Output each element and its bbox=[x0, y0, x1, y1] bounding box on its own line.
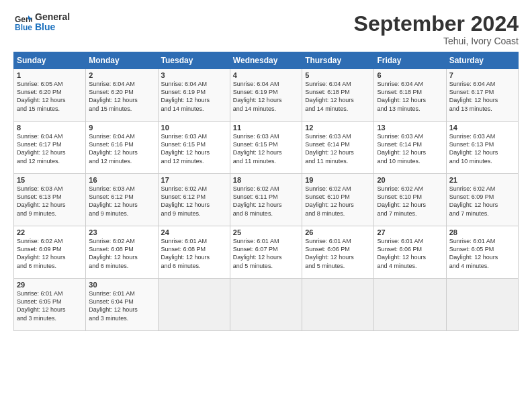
calendar-cell bbox=[374, 279, 446, 331]
day-info: Sunrise: 6:04 AMSunset: 6:17 PMDaylight:… bbox=[449, 80, 515, 113]
day-number: 7 bbox=[449, 71, 515, 79]
day-info: Sunrise: 6:04 AMSunset: 6:19 PMDaylight:… bbox=[161, 80, 227, 113]
day-number: 16 bbox=[89, 176, 154, 184]
location: Tehui, Ivory Coast bbox=[354, 36, 519, 46]
day-info: Sunrise: 6:03 AMSunset: 6:15 PMDaylight:… bbox=[161, 132, 227, 165]
col-header-sunday: Sunday bbox=[14, 52, 86, 69]
day-number: 6 bbox=[377, 71, 443, 79]
logo-blue: Blue bbox=[35, 22, 70, 32]
day-number: 2 bbox=[89, 71, 154, 79]
day-number: 26 bbox=[305, 228, 371, 236]
calendar-cell: 6Sunrise: 6:04 AMSunset: 6:18 PMDaylight… bbox=[374, 69, 446, 122]
day-info: Sunrise: 6:04 AMSunset: 6:18 PMDaylight:… bbox=[305, 80, 371, 113]
calendar-cell: 25Sunrise: 6:01 AMSunset: 6:07 PMDayligh… bbox=[230, 226, 302, 279]
calendar-cell bbox=[302, 279, 374, 331]
calendar-cell: 9Sunrise: 6:04 AMSunset: 6:16 PMDaylight… bbox=[86, 122, 158, 174]
page: General Blue General Blue September 2024… bbox=[0, 0, 532, 411]
day-info: Sunrise: 6:04 AMSunset: 6:19 PMDaylight:… bbox=[233, 80, 299, 113]
day-number: 17 bbox=[161, 176, 227, 184]
calendar-cell: 18Sunrise: 6:02 AMSunset: 6:11 PMDayligh… bbox=[230, 174, 302, 226]
calendar-cell: 28Sunrise: 6:01 AMSunset: 6:05 PMDayligh… bbox=[446, 226, 518, 279]
day-number: 27 bbox=[377, 228, 443, 236]
calendar-cell: 10Sunrise: 6:03 AMSunset: 6:15 PMDayligh… bbox=[158, 122, 230, 174]
day-number: 21 bbox=[449, 176, 515, 184]
calendar-cell: 3Sunrise: 6:04 AMSunset: 6:19 PMDaylight… bbox=[158, 69, 230, 122]
calendar-cell: 27Sunrise: 6:01 AMSunset: 6:06 PMDayligh… bbox=[374, 226, 446, 279]
day-number: 9 bbox=[89, 124, 154, 132]
day-info: Sunrise: 6:01 AMSunset: 6:05 PMDaylight:… bbox=[17, 289, 83, 322]
calendar-cell: 2Sunrise: 6:04 AMSunset: 6:20 PMDaylight… bbox=[86, 69, 158, 122]
calendar-cell: 8Sunrise: 6:04 AMSunset: 6:17 PMDaylight… bbox=[14, 122, 86, 174]
day-number: 20 bbox=[377, 176, 443, 184]
day-number: 15 bbox=[17, 176, 83, 184]
day-number: 19 bbox=[305, 176, 371, 184]
day-info: Sunrise: 6:05 AMSunset: 6:20 PMDaylight:… bbox=[17, 80, 83, 113]
day-number: 30 bbox=[89, 281, 154, 289]
calendar-cell: 17Sunrise: 6:02 AMSunset: 6:12 PMDayligh… bbox=[158, 174, 230, 226]
day-number: 22 bbox=[17, 228, 83, 236]
day-info: Sunrise: 6:04 AMSunset: 6:20 PMDaylight:… bbox=[89, 80, 154, 113]
logo: General Blue General Blue bbox=[13, 12, 70, 33]
day-info: Sunrise: 6:02 AMSunset: 6:12 PMDaylight:… bbox=[161, 185, 227, 218]
title-block: September 2024 Tehui, Ivory Coast bbox=[354, 12, 519, 46]
day-number: 12 bbox=[305, 124, 371, 132]
day-info: Sunrise: 6:01 AMSunset: 6:08 PMDaylight:… bbox=[161, 237, 227, 270]
calendar-cell: 11Sunrise: 6:03 AMSunset: 6:15 PMDayligh… bbox=[230, 122, 302, 174]
day-info: Sunrise: 6:01 AMSunset: 6:07 PMDaylight:… bbox=[233, 237, 299, 270]
calendar-table: SundayMondayTuesdayWednesdayThursdayFrid… bbox=[13, 52, 519, 331]
col-header-friday: Friday bbox=[374, 52, 446, 69]
calendar-cell: 20Sunrise: 6:02 AMSunset: 6:10 PMDayligh… bbox=[374, 174, 446, 226]
calendar-cell: 13Sunrise: 6:03 AMSunset: 6:14 PMDayligh… bbox=[374, 122, 446, 174]
day-info: Sunrise: 6:04 AMSunset: 6:17 PMDaylight:… bbox=[17, 132, 83, 165]
calendar-cell: 26Sunrise: 6:01 AMSunset: 6:06 PMDayligh… bbox=[302, 226, 374, 279]
calendar-cell: 16Sunrise: 6:03 AMSunset: 6:12 PMDayligh… bbox=[86, 174, 158, 226]
day-number: 18 bbox=[233, 176, 299, 184]
day-info: Sunrise: 6:03 AMSunset: 6:12 PMDaylight:… bbox=[89, 185, 154, 218]
day-info: Sunrise: 6:03 AMSunset: 6:15 PMDaylight:… bbox=[233, 132, 299, 165]
col-header-tuesday: Tuesday bbox=[158, 52, 230, 69]
day-info: Sunrise: 6:01 AMSunset: 6:06 PMDaylight:… bbox=[305, 237, 371, 270]
day-info: Sunrise: 6:01 AMSunset: 6:06 PMDaylight:… bbox=[377, 237, 443, 270]
day-number: 8 bbox=[17, 124, 83, 132]
calendar-cell: 29Sunrise: 6:01 AMSunset: 6:05 PMDayligh… bbox=[14, 279, 86, 331]
calendar-cell: 15Sunrise: 6:03 AMSunset: 6:13 PMDayligh… bbox=[14, 174, 86, 226]
calendar-cell: 22Sunrise: 6:02 AMSunset: 6:09 PMDayligh… bbox=[14, 226, 86, 279]
calendar-cell: 5Sunrise: 6:04 AMSunset: 6:18 PMDaylight… bbox=[302, 69, 374, 122]
day-info: Sunrise: 6:03 AMSunset: 6:13 PMDaylight:… bbox=[17, 185, 83, 218]
calendar-cell: 4Sunrise: 6:04 AMSunset: 6:19 PMDaylight… bbox=[230, 69, 302, 122]
day-info: Sunrise: 6:02 AMSunset: 6:11 PMDaylight:… bbox=[233, 185, 299, 218]
header: General Blue General Blue September 2024… bbox=[13, 12, 519, 46]
logo-icon: General Blue bbox=[13, 13, 32, 32]
day-info: Sunrise: 6:02 AMSunset: 6:09 PMDaylight:… bbox=[17, 237, 83, 270]
day-info: Sunrise: 6:02 AMSunset: 6:09 PMDaylight:… bbox=[449, 185, 515, 218]
calendar-cell bbox=[158, 279, 230, 331]
day-info: Sunrise: 6:01 AMSunset: 6:05 PMDaylight:… bbox=[449, 237, 515, 270]
day-number: 14 bbox=[449, 124, 515, 132]
day-info: Sunrise: 6:04 AMSunset: 6:18 PMDaylight:… bbox=[377, 80, 443, 113]
month-title: September 2024 bbox=[354, 12, 519, 36]
day-info: Sunrise: 6:04 AMSunset: 6:16 PMDaylight:… bbox=[89, 132, 154, 165]
day-info: Sunrise: 6:02 AMSunset: 6:10 PMDaylight:… bbox=[377, 185, 443, 218]
day-number: 4 bbox=[233, 71, 299, 79]
calendar-cell bbox=[230, 279, 302, 331]
day-number: 13 bbox=[377, 124, 443, 132]
day-number: 1 bbox=[17, 71, 83, 79]
calendar-cell: 1Sunrise: 6:05 AMSunset: 6:20 PMDaylight… bbox=[14, 69, 86, 122]
calendar-cell: 14Sunrise: 6:03 AMSunset: 6:13 PMDayligh… bbox=[446, 122, 518, 174]
col-header-saturday: Saturday bbox=[446, 52, 518, 69]
day-number: 29 bbox=[17, 281, 83, 289]
day-number: 23 bbox=[89, 228, 154, 236]
day-info: Sunrise: 6:03 AMSunset: 6:13 PMDaylight:… bbox=[449, 132, 515, 165]
calendar-cell bbox=[446, 279, 518, 331]
day-info: Sunrise: 6:03 AMSunset: 6:14 PMDaylight:… bbox=[305, 132, 371, 165]
day-info: Sunrise: 6:02 AMSunset: 6:08 PMDaylight:… bbox=[89, 237, 154, 270]
calendar-cell: 30Sunrise: 6:01 AMSunset: 6:04 PMDayligh… bbox=[86, 279, 158, 331]
day-number: 3 bbox=[161, 71, 227, 79]
calendar-cell: 24Sunrise: 6:01 AMSunset: 6:08 PMDayligh… bbox=[158, 226, 230, 279]
day-info: Sunrise: 6:03 AMSunset: 6:14 PMDaylight:… bbox=[377, 132, 443, 165]
day-number: 25 bbox=[233, 228, 299, 236]
calendar-cell: 23Sunrise: 6:02 AMSunset: 6:08 PMDayligh… bbox=[86, 226, 158, 279]
col-header-wednesday: Wednesday bbox=[230, 52, 302, 69]
calendar-cell: 7Sunrise: 6:04 AMSunset: 6:17 PMDaylight… bbox=[446, 69, 518, 122]
day-number: 5 bbox=[305, 71, 371, 79]
